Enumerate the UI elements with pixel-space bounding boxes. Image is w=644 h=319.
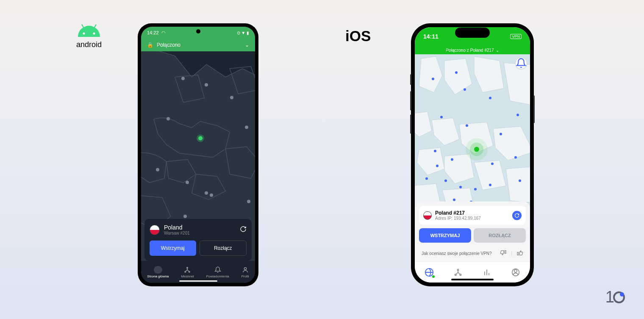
chevron-down-icon: ⌄	[245, 42, 249, 48]
chevron-down-icon: ⌄	[496, 48, 499, 53]
active-server-dot[interactable]	[474, 147, 479, 152]
server-dot[interactable]	[500, 133, 502, 135]
server-dot[interactable]	[186, 181, 189, 184]
home-indicator[interactable]	[451, 279, 494, 280]
server-dot[interactable]	[451, 158, 453, 161]
nav-stats[interactable]	[482, 267, 492, 277]
notifications-button[interactable]	[516, 58, 527, 69]
country-name: Poland	[164, 224, 190, 231]
server-dot[interactable]	[425, 177, 428, 180]
svg-point-0	[83, 33, 85, 35]
server-dot[interactable]	[245, 126, 248, 129]
server-dot[interactable]	[455, 71, 458, 74]
connection-status: Połączono z Poland #217	[446, 48, 494, 53]
server-dot[interactable]	[181, 77, 185, 80]
status-time: 14:22	[147, 30, 159, 35]
server-row[interactable]: Poland #217 Adres IP: 193.42.99.167	[419, 206, 526, 225]
svg-point-8	[457, 269, 458, 270]
home-indicator[interactable]	[179, 280, 217, 282]
nord-icon: ◠	[161, 30, 166, 36]
nav-meshnet[interactable]	[453, 267, 463, 277]
svg-point-1	[93, 33, 95, 35]
refresh-button[interactable]	[512, 211, 522, 220]
svg-point-4	[185, 271, 186, 272]
connection-banner[interactable]: 🔒 Połączono ⌄	[141, 39, 255, 51]
user-icon	[242, 266, 249, 274]
android-screen: 14:22 ◠ ⊙ ▼ ▮ 🔒 Połączono ⌄	[141, 27, 255, 283]
nav-profile[interactable]: Profil	[241, 266, 249, 278]
server-dot[interactable]	[519, 179, 521, 182]
server-name: Poland #217	[435, 210, 481, 216]
nav-meshnet[interactable]: Meshnet	[181, 266, 194, 278]
server-dot[interactable]	[489, 184, 491, 186]
pause-button[interactable]: Wstrzymaj	[150, 241, 196, 256]
wifi-icon: ⊙ ▼ ▮	[237, 31, 249, 35]
mesh-icon	[183, 266, 191, 274]
server-dot[interactable]	[444, 179, 447, 182]
poland-flag-icon	[150, 225, 160, 235]
disconnect-button[interactable]: ROZŁĄCZ	[474, 228, 526, 243]
server-dot[interactable]	[436, 165, 439, 167]
ios-platform-label: iOS	[345, 28, 371, 45]
android-robot-icon	[76, 23, 102, 38]
android-phone-frame: 14:22 ◠ ⊙ ▼ ▮ 🔒 Połączono ⌄	[138, 23, 258, 286]
nav-home[interactable]	[424, 267, 434, 277]
server-dot[interactable]	[156, 168, 159, 171]
svg-point-10	[460, 274, 461, 275]
thumbs-down-button[interactable]	[500, 249, 507, 257]
watermark-logo: 1	[605, 288, 625, 306]
android-text: android	[76, 40, 102, 49]
android-platform-label: android	[76, 23, 102, 49]
ios-screen: 14:11 VPN Połączono z Poland #217 ⌄	[415, 27, 530, 283]
server-dot[interactable]	[210, 193, 213, 197]
pause-button[interactable]: WSTRZYMAJ	[419, 228, 471, 243]
ios-phone-frame: 14:11 VPN Połączono z Poland #217 ⌄	[411, 23, 534, 286]
svg-point-5	[189, 271, 190, 272]
server-dot[interactable]	[489, 97, 491, 99]
rating-question: Jak oceniasz swoje połączenie VPN?	[422, 251, 492, 256]
disconnect-button[interactable]: Rozłącz	[200, 241, 247, 256]
rating-prompt: Jak oceniasz swoje połączenie VPN? |	[419, 246, 526, 257]
nav-profile[interactable]	[511, 267, 521, 277]
server-dot[interactable]	[459, 186, 462, 188]
server-dot[interactable]	[434, 150, 436, 152]
refresh-icon[interactable]	[240, 226, 247, 234]
active-server-dot[interactable]	[198, 136, 203, 140]
server-dot[interactable]	[514, 156, 517, 159]
server-dot[interactable]	[205, 83, 208, 87]
status-time: 14:11	[423, 33, 439, 40]
server-dot[interactable]	[466, 124, 468, 127]
server-dot[interactable]	[205, 191, 208, 195]
vpn-badge: VPN	[510, 34, 522, 39]
server-ip: Adres IP: 193.42.99.167	[435, 216, 481, 221]
server-info-card: Poland #217 Adres IP: 193.42.99.167 WSTR…	[415, 201, 530, 261]
server-dot[interactable]	[183, 215, 187, 218]
server-dot[interactable]	[440, 116, 443, 118]
server-dot[interactable]	[453, 199, 455, 201]
svg-point-3	[187, 267, 188, 269]
svg-point-9	[455, 274, 456, 275]
lock-icon: 🔒	[147, 42, 153, 48]
bell-icon	[214, 266, 222, 274]
server-dot[interactable]	[474, 188, 477, 190]
dynamic-island	[455, 28, 490, 38]
svg-point-6	[244, 267, 246, 269]
server-dot[interactable]	[432, 78, 434, 80]
globe-icon	[154, 266, 162, 274]
server-dot[interactable]	[464, 88, 466, 91]
poland-flag-icon	[423, 211, 432, 220]
nav-notifications[interactable]: Powiadomienia	[206, 266, 229, 278]
map-view[interactable]	[415, 54, 530, 215]
server-dot[interactable]	[491, 162, 494, 165]
server-info-card: Poland Warsaw #201 Wstrzymaj Rozłącz	[144, 219, 252, 261]
server-dot[interactable]	[230, 96, 233, 99]
server-dot[interactable]	[247, 200, 250, 203]
map-view[interactable]	[141, 51, 255, 225]
server-name: Warsaw #201	[164, 231, 190, 235]
server-dot[interactable]	[167, 117, 170, 120]
connection-banner[interactable]: Połączono z Poland #217 ⌄	[415, 46, 530, 54]
thumbs-up-button[interactable]	[516, 249, 523, 257]
nav-home[interactable]: Strona główna	[147, 266, 169, 278]
server-dot[interactable]	[516, 114, 519, 116]
svg-point-11	[514, 269, 517, 272]
